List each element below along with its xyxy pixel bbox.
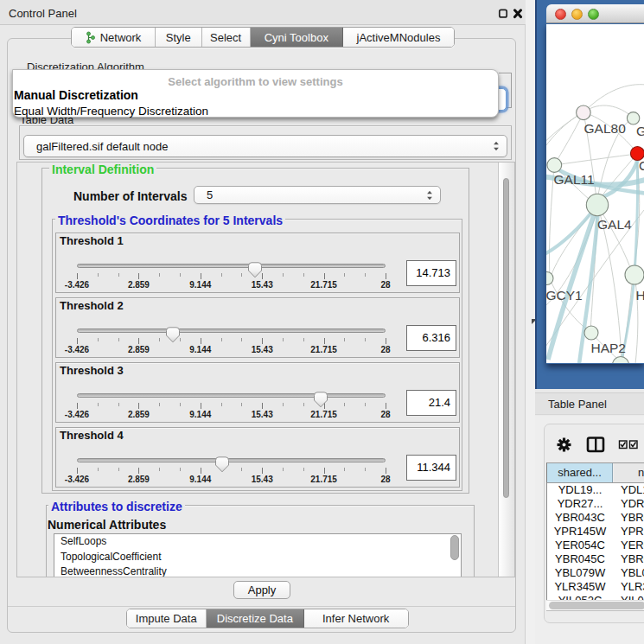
svg-text:GAL11: GAL11 — [554, 172, 595, 187]
svg-text:GA: GA — [636, 124, 644, 138]
svg-text:H: H — [636, 288, 644, 303]
svg-text:HAP2: HAP2 — [591, 341, 627, 355]
svg-text:GCY1: GCY1 — [546, 288, 583, 303]
svg-text:C: C — [639, 158, 644, 173]
svg-text:GAL80: GAL80 — [584, 121, 627, 136]
svg-text:GAL4: GAL4 — [597, 217, 632, 232]
